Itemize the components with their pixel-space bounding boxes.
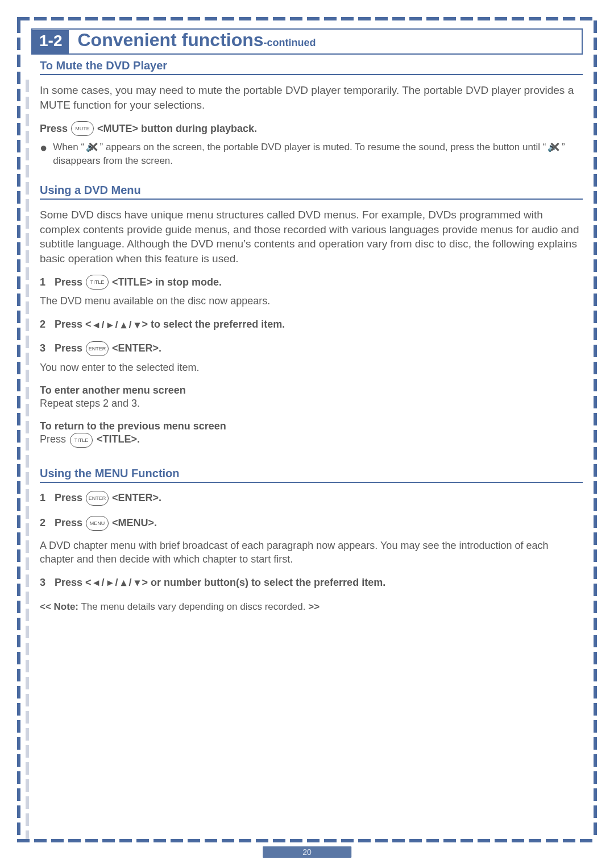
mute-screen-icon: ✕	[87, 143, 97, 152]
dvdmenu-intro: Some DVD discs have unique menu structur…	[40, 208, 583, 266]
menufn-step3: 3 Press < ◂ / ▸ / ▴ / ▾ > or number butt…	[40, 576, 583, 589]
step-number: 1	[40, 492, 52, 504]
note-label: Note:	[54, 601, 78, 612]
dvdmenu-step3: 3 Press ENTER <ENTER>.	[40, 341, 583, 356]
press-label: Press	[40, 433, 66, 445]
step-number: 3	[40, 342, 52, 354]
mute-screen-icon-2: ✕	[549, 143, 559, 152]
press-label: Press	[55, 492, 82, 504]
mute-button-icon: MUTE	[71, 121, 94, 136]
note-text: The menu details vary depending on discs…	[81, 601, 305, 612]
return-prev-post: <TITLE>.	[97, 433, 140, 445]
title-button-icon: TITLE	[70, 433, 93, 448]
press-label: Press	[40, 123, 68, 135]
subheading-menufn: Using the MENU Function	[40, 467, 583, 483]
arrow-keys-icon: ◂ / ▸ / ▴ / ▾	[94, 576, 140, 589]
menufn-step2: 2 Press MENU <MENU>.	[40, 516, 583, 531]
subheading-mute: To Mute the DVD Player	[40, 59, 583, 75]
step-number: 3	[40, 577, 52, 589]
dvdmenu-step1-desc: The DVD menu available on the disc now a…	[40, 294, 583, 308]
enter-button-icon: ENTER	[86, 341, 109, 356]
step-number: 2	[40, 319, 52, 330]
page-number: 20	[263, 846, 351, 858]
mute-press-line: Press MUTE <MUTE> button during playback…	[40, 121, 583, 136]
bullet-icon: ●	[40, 142, 47, 154]
heading-continued: -continued	[264, 37, 316, 48]
mute-bullet-a: When “	[53, 142, 87, 152]
dvdmenu-step3-desc: You now enter to the selected item.	[40, 361, 583, 374]
enter-another-heading: To enter another menu screen	[40, 385, 583, 396]
note-close: >>	[308, 601, 320, 612]
heading-title: Convenient functions	[77, 30, 263, 50]
subheading-dvdmenu: Using a DVD Menu	[40, 184, 583, 200]
return-prev-heading: To return to the previous menu screen	[40, 420, 583, 432]
note-open: <<	[40, 601, 51, 612]
step1-post: <TITLE> in stop mode.	[112, 276, 222, 288]
enter-button-icon: ENTER	[86, 491, 109, 506]
step-number: 1	[40, 276, 52, 288]
step3-post: > or number button(s) to select the pref…	[142, 577, 386, 589]
title-button-icon: TITLE	[86, 275, 109, 290]
menu-button-icon: MENU	[86, 516, 109, 531]
press-label: Press	[55, 517, 82, 529]
step-number: 2	[40, 517, 52, 529]
return-prev-line: Press TITLE <TITLE>.	[40, 432, 583, 447]
menufn-step1: 1 Press ENTER <ENTER>.	[40, 491, 583, 506]
enter-another-text: Repeat steps 2 and 3.	[40, 396, 583, 410]
press-label: Press	[55, 276, 82, 288]
step2-post: > to select the preferred item.	[142, 319, 285, 330]
mute-intro: In some cases, you may need to mute the …	[40, 83, 583, 112]
step3-post: <ENTER>.	[112, 342, 161, 354]
section-heading-bar: 1-2 Convenient functions-continued	[31, 28, 583, 55]
mute-bullet-b: ” appears on the screen, the portable DV…	[100, 142, 549, 152]
press-label: Press	[55, 342, 82, 354]
heading-number: 1-2	[32, 30, 69, 53]
menufn-desc: A DVD chapter menu with brief broadcast …	[40, 539, 583, 567]
mute-press-suffix: <MUTE> button during playback.	[97, 123, 257, 135]
arrow-keys-icon: ◂ / ▸ / ▴ / ▾	[94, 319, 140, 331]
step1-post: <ENTER>.	[112, 492, 161, 504]
mute-bullet: ● When “ ✕ ” appears on the screen, the …	[40, 140, 583, 168]
dvdmenu-step2: 2 Press < ◂ / ▸ / ▴ / ▾ > to select the …	[40, 319, 583, 331]
step2-post: <MENU>.	[112, 517, 157, 529]
step2-pre: Press <	[55, 319, 92, 330]
step3-pre: Press <	[55, 577, 92, 589]
dvdmenu-step1: 1 Press TITLE <TITLE> in stop mode.	[40, 275, 583, 290]
note-line: << Note: The menu details vary depending…	[40, 601, 583, 613]
